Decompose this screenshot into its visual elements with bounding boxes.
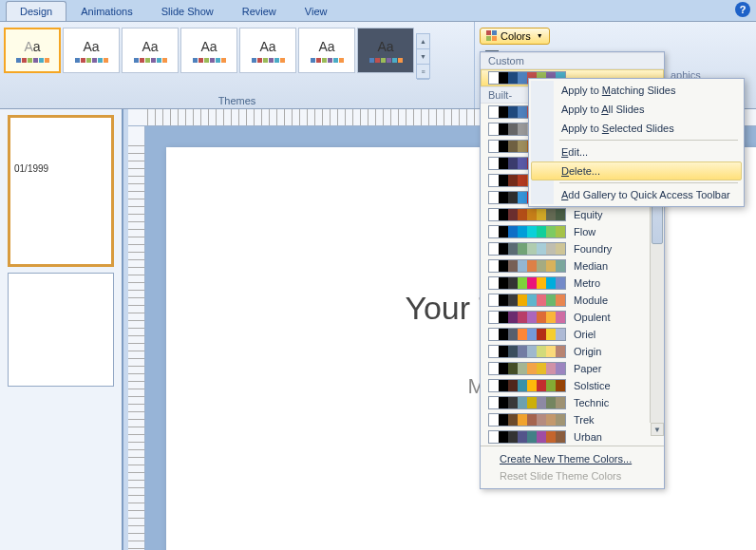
context-menu-separator [559,182,738,183]
context-menu-item-0[interactable]: Apply to Matching Slides [531,81,742,100]
scheme-name-label: Foundry [574,243,612,255]
scheme-name-label: Oriel [574,329,595,340]
color-swatches-icon [488,328,566,341]
theme-gallery: AaAaAaAaAaAaAa▲▼≡ [0,22,474,79]
builtin-scheme-Technic[interactable]: Technic [481,394,664,411]
color-swatches-icon [488,242,566,256]
builtin-scheme-Foundry[interactable]: Foundry [481,240,664,257]
scheme-name-label: Flow [574,226,595,237]
color-swatches-icon [488,225,566,238]
color-swatches-icon [488,345,566,358]
slide-subtitle[interactable]: My tex [166,374,756,399]
theme-thumb-0[interactable]: Aa [4,28,61,73]
ruler-vertical [128,126,145,550]
tab-review[interactable]: Review [228,1,291,21]
color-swatches-icon [488,430,566,444]
chevron-down-icon: ▼ [537,32,543,39]
theme-thumb-5[interactable]: Aa [298,28,355,73]
help-icon[interactable]: ? [735,2,750,17]
tab-view[interactable]: View [291,1,342,21]
theme-thumb-6[interactable]: Aa [357,28,414,73]
theme-gallery-more[interactable]: ▲▼≡ [416,33,430,79]
scheme-name-label: Solstice [574,380,611,391]
scheme-name-label: Paper [574,363,601,374]
color-scheme-context-menu: Apply to Matching SlidesApply to All Sli… [528,78,745,207]
colors-button-label: Colors [501,30,531,42]
builtin-scheme-Equity[interactable]: Equity [481,206,664,223]
color-swatches-icon [488,276,566,290]
color-swatches-icon [488,294,566,307]
builtin-scheme-Trek[interactable]: Trek [481,411,664,428]
color-swatches-icon [488,379,566,392]
custom-section-label: Custom [481,52,664,69]
builtin-scheme-Module[interactable]: Module [481,292,664,309]
color-swatches-icon [488,413,566,427]
scheme-name-label: Metro [574,277,600,289]
context-menu-item-1[interactable]: Apply to All Slides [531,100,742,119]
builtin-scheme-Flow[interactable]: Flow [481,223,664,240]
builtin-scheme-Metro[interactable]: Metro [481,275,664,292]
create-new-theme-colors[interactable]: Create New Theme Colors... [500,450,645,467]
colors-swatch-icon [486,30,497,41]
colors-button[interactable]: Colors ▼ [480,28,550,45]
scheme-name-label: Origin [574,346,601,357]
slide-thumbnail-2[interactable] [8,273,114,387]
slide-thumbnail-1[interactable]: 01/1999 [8,115,114,267]
builtin-scheme-Solstice[interactable]: Solstice [481,377,664,394]
scheme-name-label: Median [574,260,608,272]
builtin-scheme-Urban[interactable]: Urban [481,428,664,446]
context-menu-item-4[interactable]: Edit... [531,142,742,161]
color-swatches-icon [488,208,566,221]
scheme-name-label: Trek [574,414,595,426]
color-swatches-icon [488,311,566,324]
scheme-name-label: Technic [574,397,609,408]
color-swatches-icon [488,259,566,273]
tab-animations[interactable]: Animations [66,1,146,21]
thumb-title: 01/1999 [14,163,107,174]
reset-slide-theme-colors: Reset Slide Theme Colors [500,467,645,484]
builtin-scheme-Paper[interactable]: Paper [481,360,664,377]
builtin-scheme-Opulent[interactable]: Opulent [481,309,664,326]
scheme-name-label: Equity [574,209,603,220]
scheme-name-label: Opulent [574,312,611,323]
scheme-name-label: Urban [574,431,602,443]
scheme-name-label: Module [574,294,608,306]
theme-thumb-1[interactable]: Aa [63,28,120,73]
context-menu-item-2[interactable]: Apply to Selected Slides [531,119,742,138]
theme-thumb-3[interactable]: Aa [180,28,237,73]
color-swatches-icon [488,362,566,375]
tab-slideshow[interactable]: Slide Show [147,1,228,21]
slide-canvas[interactable]: Your Title 01, My tex [166,147,756,550]
colors-panel-footer: Create New Theme Colors... Reset Slide T… [481,446,664,488]
context-menu-item-7[interactable]: Add Gallery to Quick Access Toolbar [531,185,742,204]
theme-thumb-4[interactable]: Aa [239,28,296,73]
scroll-down-icon[interactable]: ▼ [651,423,664,436]
context-menu-separator [559,140,738,141]
slide-thumbnails-panel: 01/1999 [0,109,123,550]
ribbon-tabs: Design Animations Slide Show Review View… [0,0,756,22]
builtin-scheme-Origin[interactable]: Origin [481,343,664,360]
builtin-scheme-Oriel[interactable]: Oriel [481,326,664,343]
builtin-scheme-Median[interactable]: Median [481,257,664,275]
slide-title[interactable]: Your Title 01, [166,290,756,327]
themes-group-label: Themes [0,95,474,106]
color-swatches-icon [488,396,566,409]
context-menu-item-5[interactable]: Delete... [531,161,742,180]
tab-design[interactable]: Design [6,1,66,21]
themes-group: AaAaAaAaAaAaAa▲▼≡ Themes [0,22,475,108]
theme-thumb-2[interactable]: Aa [122,28,179,73]
